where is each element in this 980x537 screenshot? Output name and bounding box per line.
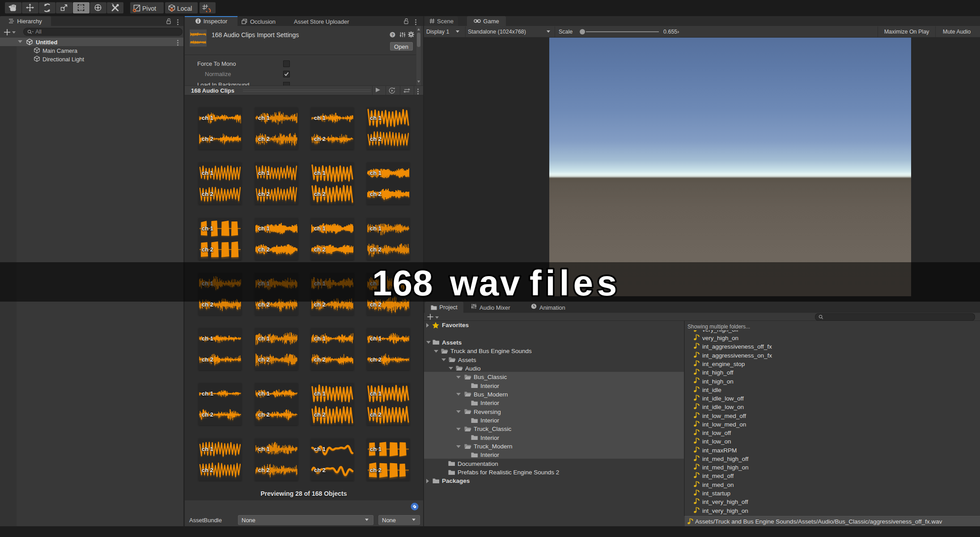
svg-text:168: 168 xyxy=(372,263,433,303)
svg-text:wav: wav xyxy=(450,263,521,303)
svg-text:?: ? xyxy=(391,33,394,37)
svg-text:files: files xyxy=(530,263,621,303)
